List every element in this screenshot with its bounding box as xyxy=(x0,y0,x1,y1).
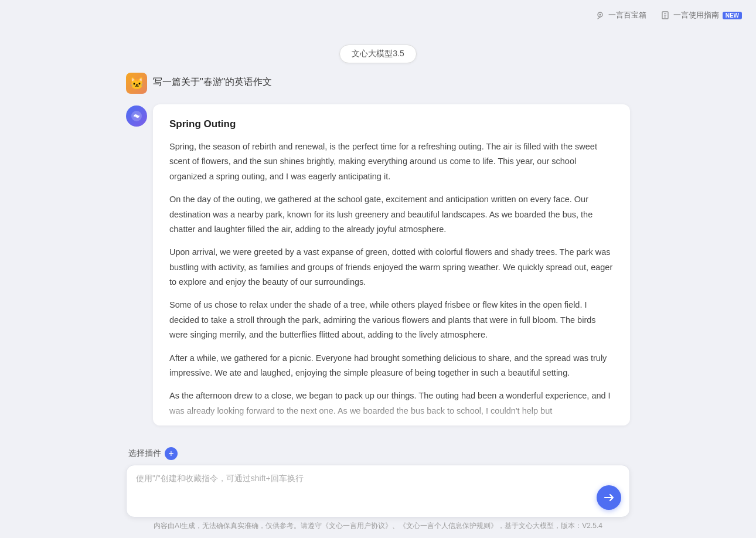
user-message-row: 🐱 写一篇关于"春游"的英语作文 xyxy=(126,73,630,94)
ai-avatar xyxy=(126,105,147,127)
ai-response-card: Spring Outing Spring, the season of rebi… xyxy=(153,104,630,425)
plugin-bar: 选择插件 + xyxy=(126,447,630,460)
response-paragraph-3: Upon arrival, we were greeted by a vast … xyxy=(169,245,614,290)
location-icon xyxy=(595,11,605,20)
user-message-text: 写一篇关于"春游"的英语作文 xyxy=(153,73,272,88)
baibaoxiang-link[interactable]: 一言百宝箱 xyxy=(595,10,646,21)
response-paragraph-6: As the afternoon drew to a close, we beg… xyxy=(169,389,614,418)
response-paragraph-4: Some of us chose to relax under the shad… xyxy=(169,298,614,342)
input-box[interactable]: 使用"/"创建和收藏指令，可通过shift+回车换行 xyxy=(126,465,630,517)
user-avatar: 🐱 xyxy=(126,73,147,94)
chat-area: 🐱 写一篇关于"春游"的英语作文 Spring Outing Spring, t… xyxy=(126,73,630,433)
send-icon xyxy=(603,492,615,503)
bottom-area: 选择插件 + 使用"/"创建和收藏指令，可通过shift+回车换行 内容由AI生… xyxy=(0,447,756,538)
response-paragraph-1: Spring, the season of rebirth and renewa… xyxy=(169,139,614,184)
svg-point-7 xyxy=(135,115,138,118)
plugin-label: 选择插件 xyxy=(128,448,161,459)
top-bar: 一言百宝箱 一言使用指南 NEW xyxy=(0,0,756,30)
book-icon xyxy=(660,11,670,20)
input-placeholder: 使用"/"创建和收藏指令，可通过shift+回车换行 xyxy=(136,474,620,484)
user-guide-link[interactable]: 一言使用指南 NEW xyxy=(660,10,742,21)
response-title: Spring Outing xyxy=(169,118,614,130)
ai-message-row: Spring Outing Spring, the season of rebi… xyxy=(126,104,630,425)
response-paragraph-2: On the day of the outing, we gathered at… xyxy=(169,192,614,237)
model-badge-wrap: 文心大模型3.5 xyxy=(339,45,416,63)
footer-disclaimer: 内容由AI生成，无法确保真实准确，仅供参考。请遵守《文心一言用户协议》、《文心一… xyxy=(154,517,602,533)
baibaoxiang-label: 一言百宝箱 xyxy=(608,10,646,21)
ai-logo-icon xyxy=(130,110,143,122)
plugin-add-button[interactable]: + xyxy=(165,447,178,460)
model-badge: 文心大模型3.5 xyxy=(339,45,416,63)
response-paragraph-5: After a while, we gathered for a picnic.… xyxy=(169,351,614,381)
new-badge: NEW xyxy=(723,12,742,19)
svg-point-1 xyxy=(599,14,601,16)
user-guide-label: 一言使用指南 xyxy=(673,10,719,21)
send-button[interactable] xyxy=(597,485,621,510)
